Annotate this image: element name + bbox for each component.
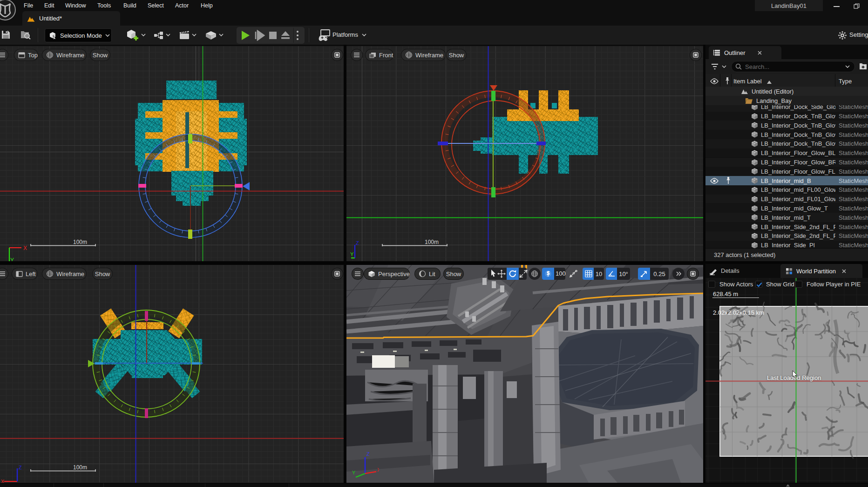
svg-text:Z: Z bbox=[366, 451, 370, 457]
svg-text:Z: Z bbox=[356, 240, 359, 246]
svg-text:Z: Z bbox=[19, 465, 22, 470]
svg-text:X: X bbox=[377, 467, 379, 473]
svg-text:Y: Y bbox=[352, 470, 356, 475]
svg-text:Y: Y bbox=[350, 251, 354, 257]
svg-text:Y: Y bbox=[10, 257, 14, 261]
svg-text:X: X bbox=[1, 479, 5, 483]
svg-text:X: X bbox=[23, 245, 27, 251]
